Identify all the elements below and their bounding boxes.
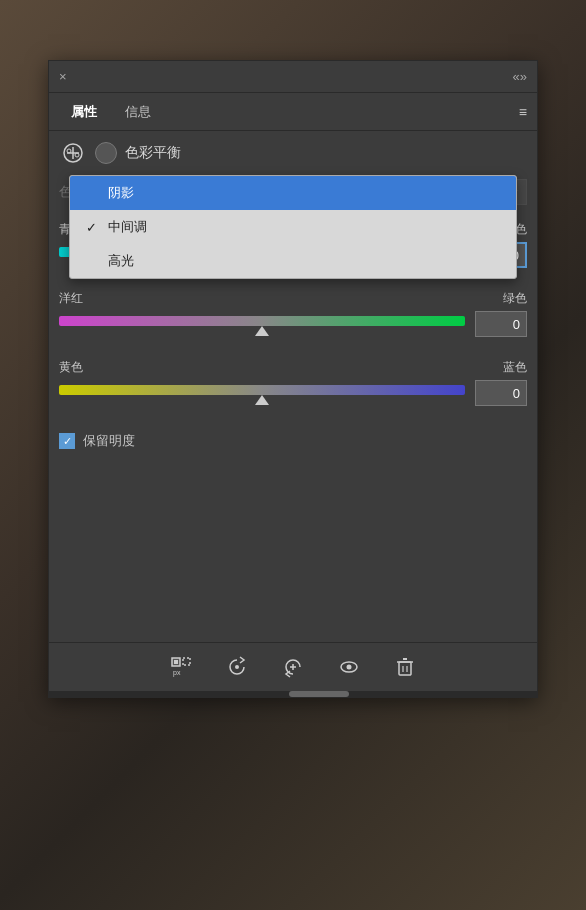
redo-button[interactable]	[223, 653, 251, 681]
delete-button[interactable]	[391, 653, 419, 681]
slider-track-3[interactable]	[59, 381, 465, 405]
dropdown-item-midtone[interactable]: ✓ 中间调	[70, 210, 516, 244]
label-green: 绿色	[503, 290, 527, 307]
tab-info[interactable]: 信息	[113, 99, 163, 125]
label-magenta: 洋红	[59, 290, 83, 307]
slider-row-yellow-blue: 黄色 蓝色 0	[59, 359, 527, 406]
properties-panel: × «» 属性 信息 ≡ 色彩平衡 色调 中间	[48, 60, 538, 698]
dropdown-area: 色调 中间调 ▾ 阴影 ✓ 中间调 高光	[59, 175, 527, 209]
slider-track-row-3: 0	[59, 380, 527, 406]
slider-labels-2: 洋红 绿色	[59, 290, 527, 307]
svg-rect-17	[399, 662, 411, 675]
close-icon[interactable]: ×	[59, 69, 67, 84]
visibility-button[interactable]	[335, 653, 363, 681]
tabs-list: 属性 信息	[59, 99, 163, 125]
dropdown-label-shadow: 阴影	[108, 184, 134, 202]
slider-thumb-3[interactable]	[255, 395, 269, 405]
slider-container-3	[59, 381, 465, 405]
scroll-bar-h[interactable]	[49, 691, 537, 697]
label-blue: 蓝色	[503, 359, 527, 376]
dropdown-label-highlight: 高光	[108, 252, 134, 270]
tool-label: 色彩平衡	[125, 144, 527, 162]
tab-properties[interactable]: 属性	[59, 99, 109, 125]
svg-point-12	[235, 665, 239, 669]
preserve-checkbox-row: 保留明度	[49, 424, 537, 462]
svg-point-16	[347, 665, 352, 670]
svg-text:px: px	[173, 669, 181, 677]
slider-labels-3: 黄色 蓝色	[59, 359, 527, 376]
tabs-bar: 属性 信息 ≡	[49, 93, 537, 131]
scroll-thumb-h[interactable]	[289, 691, 349, 697]
dropdown-item-shadow[interactable]: 阴影	[70, 176, 516, 210]
reset-button[interactable]	[279, 653, 307, 681]
collapse-icon[interactable]: «»	[513, 69, 527, 84]
slider-thumb-2[interactable]	[255, 326, 269, 336]
slider-container-2	[59, 312, 465, 336]
tool-row: 色彩平衡	[49, 131, 537, 175]
slider-row-magenta-green: 洋红 绿色 0	[59, 290, 527, 337]
slider-input-3[interactable]: 0	[475, 380, 527, 406]
balance-icon	[59, 139, 87, 167]
bottom-toolbar: px	[49, 642, 537, 691]
dropdown-label-midtone: 中间调	[108, 218, 147, 236]
check-mark-midtone: ✓	[86, 220, 100, 235]
label-yellow: 黄色	[59, 359, 83, 376]
tool-circle[interactable]	[95, 142, 117, 164]
dropdown-popup: 阴影 ✓ 中间调 高光	[69, 175, 517, 279]
panel-menu-icon[interactable]: ≡	[519, 104, 527, 120]
slider-input-2[interactable]: 0	[475, 311, 527, 337]
pixel-select-button[interactable]: px	[167, 653, 195, 681]
slider-track-2[interactable]	[59, 312, 465, 336]
panel-header: × «»	[49, 61, 537, 93]
slider-track-row-2: 0	[59, 311, 527, 337]
dropdown-item-highlight[interactable]: 高光	[70, 244, 516, 278]
svg-rect-6	[174, 660, 178, 664]
preserve-checkbox[interactable]	[59, 433, 75, 449]
preserve-label: 保留明度	[83, 432, 135, 450]
